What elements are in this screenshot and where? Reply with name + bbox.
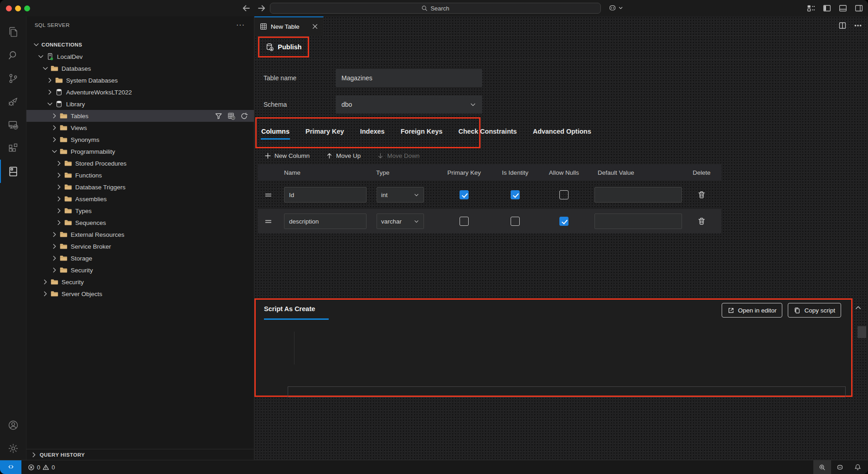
activitybar-item-remote-explorer[interactable] bbox=[0, 113, 26, 136]
chevron-right-icon bbox=[51, 255, 58, 262]
open-in-editor-button[interactable]: Open in editor bbox=[722, 303, 783, 318]
is-identity-checkbox[interactable] bbox=[511, 190, 520, 199]
tree-item-external-resources[interactable]: External Resources bbox=[26, 229, 254, 240]
tree-item-security[interactable]: Security bbox=[26, 276, 254, 288]
activitybar-item-settings[interactable] bbox=[0, 437, 26, 460]
problems-indicator[interactable]: 0 0 bbox=[28, 464, 55, 471]
remote-icon bbox=[7, 464, 15, 471]
sql-code-editor[interactable] bbox=[256, 321, 851, 396]
more-actions-icon[interactable]: ··· bbox=[236, 21, 245, 29]
designer-tab-foreign-keys[interactable]: Foreign Keys bbox=[400, 126, 443, 140]
activitybar-item-extensions[interactable] bbox=[0, 136, 26, 160]
activitybar-item-accounts[interactable] bbox=[0, 413, 26, 437]
folder-icon bbox=[64, 183, 72, 191]
tree-item-adventureworkslt2022[interactable]: AdventureWorksLT2022 bbox=[26, 86, 254, 98]
copy-script-button[interactable]: Copy script bbox=[788, 303, 841, 318]
tree-item-system-databases[interactable]: System Databases bbox=[26, 74, 254, 86]
column-type-select[interactable]: varchar bbox=[377, 214, 424, 229]
tree-item-programmability[interactable]: Programmability bbox=[26, 146, 254, 157]
toggle-sidebar-left-icon[interactable] bbox=[822, 4, 832, 13]
primary-key-checkbox[interactable] bbox=[460, 190, 469, 199]
tree-item-synonyms[interactable]: Synonyms bbox=[26, 134, 254, 146]
default-value-input[interactable] bbox=[594, 187, 682, 203]
chevron-right-icon bbox=[46, 77, 54, 84]
tree-item-database-triggers[interactable]: Database Triggers bbox=[26, 181, 254, 193]
zoom-indicator[interactable] bbox=[813, 460, 831, 474]
tree-item-label: Server Objects bbox=[62, 291, 102, 297]
activitybar-item-sql-server[interactable] bbox=[0, 160, 26, 183]
maximize-window-button[interactable] bbox=[24, 5, 30, 11]
schema-select[interactable]: dbo bbox=[336, 95, 482, 114]
copilot-menu[interactable] bbox=[608, 4, 623, 12]
remote-indicator[interactable] bbox=[0, 460, 21, 474]
drag-handle-icon[interactable] bbox=[264, 191, 272, 199]
toggle-panel-bottom-icon[interactable] bbox=[838, 4, 847, 13]
split-editor-icon[interactable] bbox=[838, 21, 847, 30]
tree-item-server-objects[interactable]: Server Objects bbox=[26, 288, 254, 300]
tree-item-views[interactable]: Views bbox=[26, 122, 254, 134]
close-window-button[interactable] bbox=[6, 5, 12, 11]
filter-icon[interactable] bbox=[215, 112, 222, 120]
grid-row-description: varchar bbox=[258, 209, 721, 234]
table-name-input[interactable] bbox=[336, 69, 482, 87]
more-actions-icon[interactable] bbox=[854, 21, 862, 30]
default-value-input[interactable] bbox=[594, 214, 682, 229]
is-identity-checkbox[interactable] bbox=[511, 217, 520, 226]
allow-nulls-checkbox[interactable] bbox=[559, 217, 568, 226]
move-up-button[interactable]: Move Up bbox=[326, 152, 361, 159]
activitybar-item-source-control[interactable] bbox=[0, 67, 26, 90]
tree-item-sequences[interactable]: Sequences bbox=[26, 217, 254, 229]
allow-nulls-checkbox[interactable] bbox=[559, 190, 568, 199]
designer-tab-advanced-options[interactable]: Advanced Options bbox=[532, 126, 592, 140]
status-bar: 0 0 bbox=[0, 460, 868, 474]
column-type-select[interactable]: int bbox=[377, 187, 424, 203]
column-name-input[interactable] bbox=[284, 187, 367, 203]
tree-item-localdev[interactable]: LocalDev bbox=[26, 51, 254, 63]
accounts-icon bbox=[7, 419, 19, 431]
minimize-window-button[interactable] bbox=[15, 5, 21, 11]
collapse-panel-icon[interactable] bbox=[854, 304, 862, 312]
activitybar-item-explorer[interactable] bbox=[0, 20, 26, 43]
activitybar-item-run-debug[interactable] bbox=[0, 90, 26, 113]
designer-tab-indexes[interactable]: Indexes bbox=[360, 126, 385, 140]
tree-item-databases[interactable]: Databases bbox=[26, 63, 254, 74]
tab-new-table[interactable]: New Table bbox=[254, 16, 324, 36]
designer-tab-columns[interactable]: Columns bbox=[261, 126, 290, 140]
primary-key-checkbox[interactable] bbox=[460, 217, 469, 226]
publish-button[interactable]: Publish bbox=[265, 43, 301, 52]
query-history-section[interactable]: QUERY HISTORY bbox=[26, 449, 254, 460]
tree-item-security[interactable]: Security bbox=[26, 264, 254, 276]
folder-icon bbox=[60, 124, 67, 131]
folder-icon bbox=[60, 255, 67, 262]
tree-item-functions[interactable]: Functions bbox=[26, 169, 254, 181]
forward-icon[interactable] bbox=[257, 4, 266, 13]
delete-column-icon[interactable] bbox=[698, 191, 706, 199]
activitybar-item-search[interactable] bbox=[0, 43, 26, 67]
tree-item-service-broker[interactable]: Service Broker bbox=[26, 240, 254, 252]
customize-layout-icon[interactable] bbox=[806, 4, 816, 13]
scrollbar-slider[interactable] bbox=[858, 326, 866, 338]
tree-item-assemblies[interactable]: Assemblies bbox=[26, 193, 254, 205]
copilot-status[interactable] bbox=[831, 460, 849, 474]
refresh-icon[interactable] bbox=[240, 112, 248, 120]
command-center-search[interactable]: Search bbox=[270, 3, 601, 14]
chevron-right-icon bbox=[55, 207, 63, 214]
delete-column-icon[interactable] bbox=[698, 217, 706, 225]
tree-item-types[interactable]: Types bbox=[26, 205, 254, 217]
designer-tab-check-constraints[interactable]: Check Constraints bbox=[458, 126, 517, 140]
tree-item-library[interactable]: Library bbox=[26, 98, 254, 110]
close-icon[interactable] bbox=[311, 23, 319, 30]
drag-handle-icon[interactable] bbox=[264, 218, 272, 225]
toggle-sidebar-right-icon[interactable] bbox=[854, 4, 863, 13]
tree-item-connections[interactable]: CONNECTIONS bbox=[26, 39, 254, 51]
tree-item-stored-procedures[interactable]: Stored Procedures bbox=[26, 157, 254, 169]
back-icon[interactable] bbox=[242, 4, 251, 13]
new-column-button[interactable]: New Column bbox=[264, 152, 310, 159]
notifications[interactable] bbox=[849, 460, 868, 474]
tableplus-icon[interactable] bbox=[227, 112, 235, 120]
designer-tab-primary-key[interactable]: Primary Key bbox=[305, 126, 345, 140]
tree-item-tables[interactable]: Tables bbox=[26, 110, 254, 122]
schema-value: dbo bbox=[341, 101, 352, 108]
tree-item-storage[interactable]: Storage bbox=[26, 252, 254, 264]
column-name-input[interactable] bbox=[284, 214, 367, 229]
